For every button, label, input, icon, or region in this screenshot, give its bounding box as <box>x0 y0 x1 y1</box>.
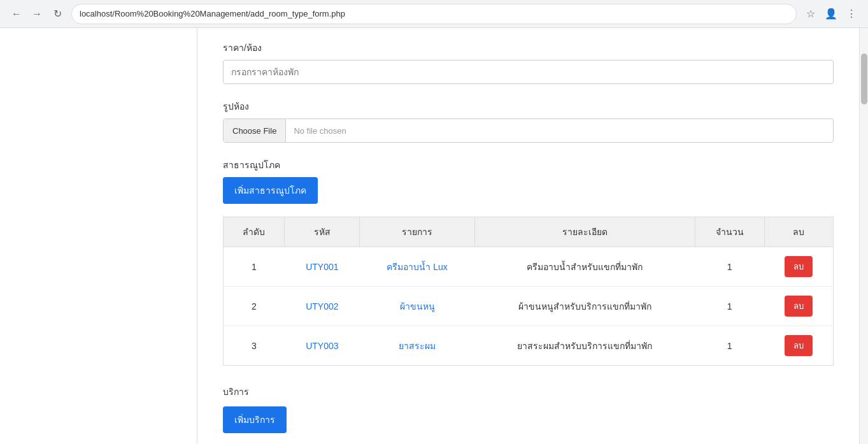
col-delete: ลบ <box>764 217 833 247</box>
cell-quantity: 1 <box>695 326 764 366</box>
table-row: 1 UTY001 ครีมอาบน้ำ Lux ครีมอาบน้ำสำหรับ… <box>224 247 834 287</box>
cell-code: UTY002 <box>285 287 360 326</box>
cell-delete: ลบ <box>764 326 833 366</box>
bookmark-button[interactable]: ☆ <box>802 5 820 23</box>
cell-delete: ลบ <box>764 247 833 287</box>
address-bar[interactable] <box>71 4 797 24</box>
nav-buttons: ← → ↻ <box>8 5 66 23</box>
price-label: ราคา/ห้อง <box>223 41 834 55</box>
delete-row-button[interactable]: ลบ <box>785 335 813 356</box>
delete-row-button[interactable]: ลบ <box>785 256 813 277</box>
add-amenity-button[interactable]: เพิ่มสาธารณูปโภค <box>223 177 318 204</box>
profile-button[interactable]: 👤 <box>822 5 840 23</box>
scrollbar[interactable] <box>859 28 868 444</box>
amenities-label: สาธารณูปโภค <box>223 158 834 172</box>
cell-index: 3 <box>224 326 285 366</box>
cell-item: ครีมอาบน้ำ Lux <box>360 247 475 287</box>
cell-quantity: 1 <box>695 247 764 287</box>
col-index: ลำดับ <box>224 217 285 247</box>
table-header-row: ลำดับ รหัส รายการ รายละเอียด จำนวน ลบ <box>224 217 834 247</box>
choose-file-button[interactable]: Choose File <box>224 119 286 142</box>
col-detail: รายละเอียด <box>474 217 695 247</box>
scrollbar-thumb <box>861 54 867 104</box>
price-input[interactable] <box>223 60 834 84</box>
table-row: 3 UTY003 ยาสระผม ยาสระผมสำหรับบริการแขกท… <box>224 326 834 366</box>
cell-item: ผ้าขนหนู <box>360 287 475 326</box>
add-service-button[interactable]: เพิ่มบริการ <box>223 406 287 433</box>
cell-detail: ผ้าขนหนูสำหรับบริการแขกที่มาพัก <box>474 287 695 326</box>
main-content: ราคา/ห้อง รูปห้อง Choose File No file ch… <box>197 28 859 444</box>
cell-detail: ยาสระผมสำหรับบริการแขกที่มาพัก <box>474 326 695 366</box>
browser-actions: ☆ 👤 ⋮ <box>802 5 860 23</box>
col-item: รายการ <box>360 217 475 247</box>
services-label: บริการ <box>223 385 834 399</box>
cell-index: 1 <box>224 247 285 287</box>
cell-code: UTY001 <box>285 247 360 287</box>
room-image-section: รูปห้อง Choose File No file chosen <box>223 99 834 143</box>
menu-button[interactable]: ⋮ <box>843 5 860 23</box>
cell-index: 2 <box>224 287 285 326</box>
back-button[interactable]: ← <box>8 5 25 23</box>
amenities-table: ลำดับ รหัส รายการ รายละเอียด จำนวน ลบ 1 … <box>223 217 834 366</box>
delete-row-button[interactable]: ลบ <box>785 296 813 317</box>
price-section: ราคา/ห้อง <box>223 41 834 84</box>
room-image-label: รูปห้อง <box>223 99 834 113</box>
services-section: บริการ เพิ่มบริการ <box>223 385 834 444</box>
reload-button[interactable]: ↻ <box>48 5 66 23</box>
file-input-wrapper: Choose File No file chosen <box>223 118 834 143</box>
cell-quantity: 1 <box>695 287 764 326</box>
table-row: 2 UTY002 ผ้าขนหนู ผ้าขนหนูสำหรับบริการแข… <box>224 287 834 326</box>
left-sidebar <box>0 28 197 444</box>
page-wrapper: ราคา/ห้อง รูปห้อง Choose File No file ch… <box>0 28 868 444</box>
cell-code: UTY003 <box>285 326 360 366</box>
cell-delete: ลบ <box>764 287 833 326</box>
forward-button[interactable]: → <box>28 5 46 23</box>
cell-detail: ครีมอาบน้ำสำหรับแขกที่มาพัก <box>474 247 695 287</box>
browser-toolbar: ← → ↻ ☆ 👤 ⋮ <box>0 0 868 28</box>
amenities-section: สาธารณูปโภค เพิ่มสาธารณูปโภค ลำดับ รหัส … <box>223 158 834 366</box>
cell-item: ยาสระผม <box>360 326 475 366</box>
col-code: รหัส <box>285 217 360 247</box>
col-quantity: จำนวน <box>695 217 764 247</box>
no-file-text: No file chosen <box>286 126 353 136</box>
